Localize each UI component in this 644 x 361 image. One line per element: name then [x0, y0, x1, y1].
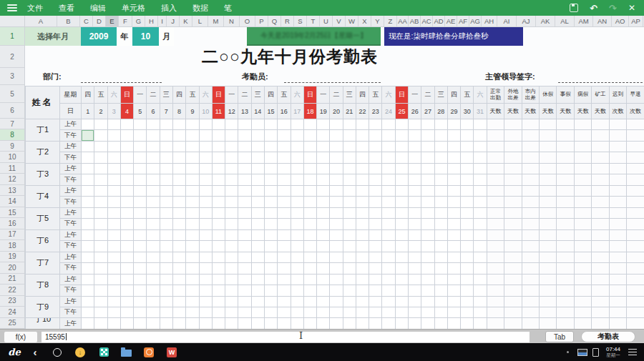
data-cell[interactable]	[435, 285, 448, 296]
data-cell[interactable]	[409, 219, 421, 229]
data-cell[interactable]	[382, 241, 395, 252]
data-cell[interactable]	[343, 142, 356, 152]
data-cell[interactable]	[94, 142, 107, 152]
data-cell[interactable]	[474, 174, 487, 185]
data-cell[interactable]	[461, 219, 474, 229]
data-cell[interactable]	[94, 164, 107, 174]
data-cell[interactable]	[160, 152, 173, 163]
data-cell[interactable]	[200, 164, 213, 174]
data-cell[interactable]	[409, 130, 421, 141]
data-cell[interactable]	[504, 230, 522, 241]
data-cell[interactable]	[448, 252, 461, 263]
data-cell[interactable]	[330, 285, 343, 296]
data-cell[interactable]	[200, 285, 213, 296]
data-cell[interactable]	[278, 219, 291, 229]
column-header-AP[interactable]: AP	[629, 16, 643, 26]
data-cell[interactable]	[343, 230, 356, 241]
data-cell[interactable]	[265, 174, 278, 185]
data-cell[interactable]	[627, 152, 644, 163]
data-cell[interactable]	[592, 252, 609, 263]
data-cell[interactable]	[173, 219, 186, 229]
data-cell[interactable]	[173, 186, 186, 197]
data-cell[interactable]	[238, 219, 251, 229]
data-cell[interactable]	[627, 297, 644, 307]
data-cell[interactable]	[421, 208, 434, 219]
data-cell[interactable]	[575, 285, 592, 296]
data-cell[interactable]	[108, 197, 121, 207]
data-cell[interactable]	[330, 219, 343, 229]
data-cell[interactable]	[592, 208, 609, 219]
data-cell[interactable]	[448, 263, 461, 274]
data-cell[interactable]	[474, 219, 487, 229]
data-cell[interactable]	[487, 285, 504, 296]
row-header-19[interactable]: 19	[0, 252, 24, 262]
formula-input[interactable]: 15595	[42, 332, 530, 342]
column-header-AO[interactable]: AO	[612, 16, 629, 26]
data-cell[interactable]	[134, 263, 147, 274]
data-cell[interactable]	[304, 230, 317, 241]
row-header-21[interactable]: 21	[0, 274, 24, 285]
data-cell[interactable]	[356, 297, 369, 307]
data-cell[interactable]	[474, 241, 487, 252]
data-cell[interactable]	[382, 152, 395, 163]
row-header-22[interactable]: 22	[0, 285, 24, 295]
data-cell[interactable]	[278, 307, 291, 318]
data-cell[interactable]	[421, 230, 434, 241]
menu-item-3[interactable]: 编辑	[90, 3, 106, 14]
data-cell[interactable]	[575, 130, 592, 141]
data-cell[interactable]	[108, 119, 121, 130]
data-cell[interactable]	[369, 285, 382, 296]
data-cell[interactable]	[396, 130, 409, 141]
data-cell[interactable]	[356, 164, 369, 174]
data-cell[interactable]	[317, 142, 330, 152]
data-cell[interactable]	[421, 241, 434, 252]
data-cell[interactable]	[121, 208, 134, 219]
data-cell[interactable]	[225, 318, 238, 329]
hamburger-menu-icon[interactable]	[7, 4, 17, 11]
name-cell-丁1[interactable]: 丁1	[26, 119, 60, 142]
data-cell[interactable]	[575, 297, 592, 307]
data-cell[interactable]	[540, 285, 557, 296]
data-cell[interactable]	[504, 241, 522, 252]
data-cell[interactable]	[108, 297, 121, 307]
data-cell[interactable]	[265, 186, 278, 197]
data-cell[interactable]	[238, 152, 251, 163]
data-cell[interactable]	[504, 285, 522, 296]
data-cell[interactable]	[94, 219, 107, 229]
data-cell[interactable]	[252, 230, 265, 241]
data-cell[interactable]	[160, 130, 173, 141]
data-cell[interactable]	[160, 275, 173, 285]
data-cell[interactable]	[252, 119, 265, 130]
data-cell[interactable]	[540, 197, 557, 207]
data-cell[interactable]	[238, 197, 251, 207]
data-cell[interactable]	[627, 230, 644, 241]
data-cell[interactable]	[504, 263, 522, 274]
data-cell[interactable]	[186, 219, 199, 229]
data-cell[interactable]	[557, 252, 574, 263]
data-cell[interactable]	[225, 219, 238, 229]
data-cell[interactable]	[409, 230, 421, 241]
data-cell[interactable]	[522, 241, 540, 252]
data-cell[interactable]	[265, 241, 278, 252]
data-cell[interactable]	[461, 174, 474, 185]
column-header-R[interactable]: R	[281, 16, 294, 26]
data-cell[interactable]	[540, 142, 557, 152]
data-cell[interactable]	[304, 263, 317, 274]
data-cell[interactable]	[448, 208, 461, 219]
data-cell[interactable]	[134, 174, 147, 185]
data-cell[interactable]	[82, 164, 94, 174]
data-cell[interactable]	[435, 318, 448, 329]
data-cell[interactable]	[278, 197, 291, 207]
column-header-AG[interactable]: AG	[469, 16, 482, 26]
data-cell[interactable]	[291, 164, 304, 174]
name-cell-丁2[interactable]: 丁2	[26, 142, 60, 164]
data-cell[interactable]	[186, 252, 199, 263]
data-cell[interactable]	[461, 285, 474, 296]
data-cell[interactable]	[557, 307, 574, 318]
data-cell[interactable]	[409, 164, 421, 174]
data-cell[interactable]	[409, 263, 421, 274]
data-cell[interactable]	[382, 307, 395, 318]
data-cell[interactable]	[421, 197, 434, 207]
data-cell[interactable]	[94, 208, 107, 219]
data-cell[interactable]	[82, 275, 94, 285]
